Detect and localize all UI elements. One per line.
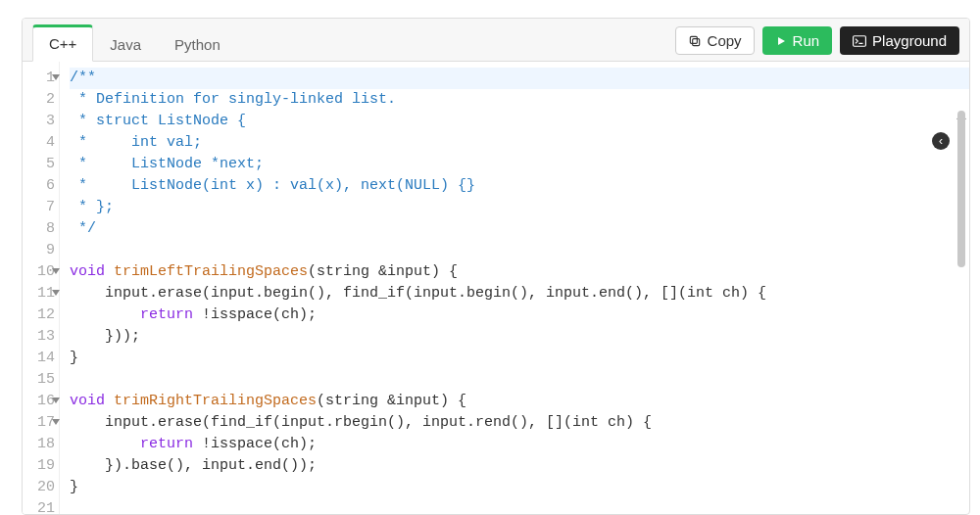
code-line[interactable] — [70, 498, 969, 514]
run-label: Run — [793, 33, 820, 48]
copy-button[interactable]: Copy — [675, 26, 755, 55]
playground-button[interactable]: Playground — [840, 26, 959, 55]
copy-label: Copy — [708, 33, 742, 48]
code-line[interactable]: input.erase(input.begin(), find_if(input… — [70, 283, 969, 304]
fold-marker-icon[interactable] — [52, 268, 60, 274]
collapse-hint-icon[interactable]: ‹ — [932, 132, 950, 150]
code-line[interactable]: input.erase(find_if(input.rbegin(), inpu… — [70, 412, 969, 434]
code-line[interactable]: return !isspace(ch); — [70, 304, 969, 326]
line-number: 17 — [23, 412, 59, 434]
code-line[interactable]: } — [70, 348, 969, 369]
line-number: 2 — [23, 89, 59, 111]
terminal-icon — [853, 35, 866, 47]
chevron-left-icon: ‹ — [939, 134, 943, 148]
line-number: 21 — [23, 498, 59, 514]
code-line[interactable]: /** — [70, 68, 969, 89]
code-line[interactable]: } — [70, 477, 969, 498]
playground-label: Playground — [872, 33, 947, 48]
language-tabs: C++JavaPython — [32, 19, 237, 61]
code-line[interactable]: }).base(), input.end()); — [70, 455, 969, 477]
tab-python[interactable]: Python — [158, 25, 237, 62]
fold-marker-icon[interactable] — [52, 290, 60, 296]
action-buttons: Copy Run Playground — [675, 26, 959, 61]
vertical-scrollbar[interactable] — [956, 111, 967, 508]
code-line[interactable]: */ — [70, 218, 969, 240]
line-number: 18 — [23, 434, 59, 455]
code-line[interactable]: * }; — [70, 197, 969, 218]
code-line[interactable]: * int val; — [70, 132, 969, 154]
svg-rect-1 — [690, 36, 697, 43]
line-number-gutter: 123456789101112131415161718192021 — [23, 62, 60, 514]
code-line[interactable] — [70, 369, 969, 391]
fold-marker-icon[interactable] — [52, 74, 60, 80]
code-line[interactable]: void trimLeftTrailingSpaces(string &inpu… — [70, 261, 969, 283]
copy-icon — [688, 34, 702, 48]
line-number: 6 — [23, 175, 59, 197]
fold-marker-icon[interactable] — [52, 398, 60, 403]
line-number: 10 — [23, 261, 59, 283]
code-line[interactable]: * ListNode *next; — [70, 154, 969, 175]
line-number: 19 — [23, 455, 59, 477]
line-number: 14 — [23, 348, 59, 369]
line-number: 11 — [23, 283, 59, 304]
code-line[interactable]: * Definition for singly-linked list. — [70, 89, 969, 111]
line-number: 9 — [23, 240, 59, 261]
code-line[interactable] — [70, 240, 969, 261]
line-number: 3 — [23, 111, 59, 132]
line-number: 13 — [23, 326, 59, 348]
svg-rect-0 — [692, 38, 699, 45]
line-number: 20 — [23, 477, 59, 498]
scrollbar-thumb[interactable] — [957, 111, 965, 267]
line-number: 16 — [23, 391, 59, 412]
fold-marker-icon[interactable] — [52, 419, 60, 425]
line-number: 1 — [23, 68, 59, 89]
code-line[interactable]: * struct ListNode { — [70, 111, 969, 132]
code-line[interactable]: void trimRightTrailingSpaces(string &inp… — [70, 391, 969, 412]
code-area[interactable]: /** * Definition for singly-linked list.… — [60, 62, 969, 514]
line-number: 4 — [23, 132, 59, 154]
code-panel: C++JavaPython Copy Run Playground — [22, 18, 970, 515]
editor[interactable]: 123456789101112131415161718192021 /** * … — [23, 62, 969, 514]
tab-c++[interactable]: C++ — [32, 24, 93, 62]
svg-rect-2 — [854, 35, 866, 46]
play-icon — [775, 35, 787, 47]
topbar: C++JavaPython Copy Run Playground — [23, 19, 969, 62]
code-line[interactable]: * ListNode(int x) : val(x), next(NULL) {… — [70, 175, 969, 197]
code-line[interactable]: return !isspace(ch); — [70, 434, 969, 455]
line-number: 7 — [23, 197, 59, 218]
line-number: 5 — [23, 154, 59, 175]
code-line[interactable]: })); — [70, 326, 969, 348]
run-button[interactable]: Run — [762, 26, 833, 55]
line-number: 8 — [23, 218, 59, 240]
line-number: 12 — [23, 304, 59, 326]
tab-java[interactable]: Java — [93, 25, 158, 62]
line-number: 15 — [23, 369, 59, 391]
